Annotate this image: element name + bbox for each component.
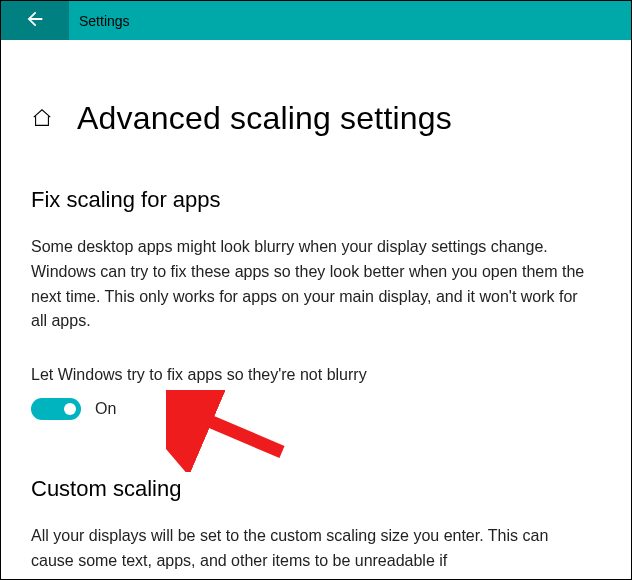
back-arrow-icon: [24, 8, 46, 34]
page-title: Advanced scaling settings: [77, 100, 452, 137]
window-header: Settings: [1, 1, 631, 40]
annotation-arrow-icon: [166, 390, 296, 476]
toggle-row: On: [31, 398, 601, 420]
toggle-state-text: On: [95, 400, 116, 418]
page-title-row: Advanced scaling settings: [31, 100, 601, 137]
section-fix-scaling-body: Some desktop apps might look blurry when…: [31, 235, 591, 334]
svg-line-1: [188, 412, 282, 452]
back-button[interactable]: [1, 1, 69, 40]
section-custom-scaling-title: Custom scaling: [31, 476, 601, 502]
blurry-fix-toggle[interactable]: [31, 398, 81, 420]
header-title: Settings: [79, 13, 130, 29]
content-area: Advanced scaling settings Fix scaling fo…: [1, 40, 631, 574]
section-custom-scaling-body: All your displays will be set to the cus…: [31, 524, 591, 574]
blurry-fix-toggle-label: Let Windows try to fix apps so they're n…: [31, 366, 601, 384]
section-fix-scaling-title: Fix scaling for apps: [31, 187, 601, 213]
home-icon[interactable]: [31, 107, 53, 133]
section-custom-scaling: Custom scaling All your displays will be…: [31, 476, 601, 574]
toggle-knob: [64, 403, 76, 415]
